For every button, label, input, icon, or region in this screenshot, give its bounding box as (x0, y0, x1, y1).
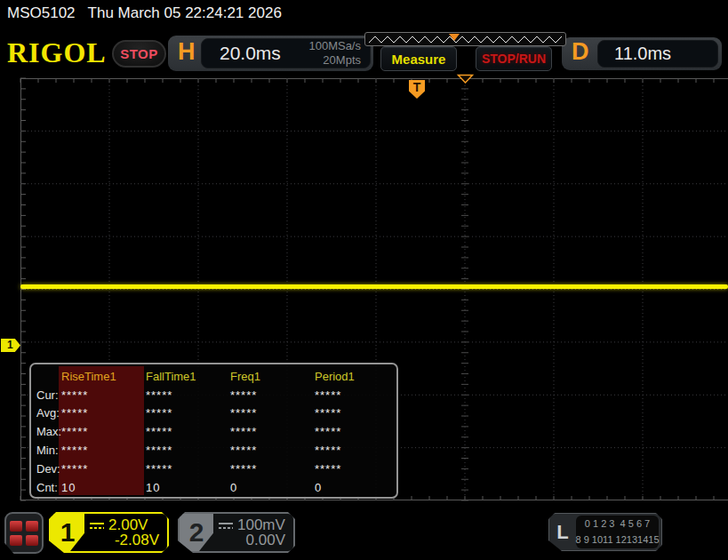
channel1-offset-marker[interactable]: 1 (1, 339, 20, 352)
measure-cell: 10 (60, 481, 144, 494)
measure-cell: ***** (144, 406, 228, 420)
stop-run-button[interactable]: STOP/RUN (476, 46, 552, 71)
delay-value: 11.0ms (614, 44, 671, 64)
measure-cell: ***** (60, 444, 144, 457)
quick-menu-button[interactable] (4, 512, 44, 554)
measure-column-header: Period1 (313, 370, 397, 383)
menu-grid-icon (26, 535, 38, 546)
channel1-badge[interactable]: 1 2.00V -2.08V (49, 512, 169, 553)
datetime: Thu March 05 22:24:21 2026 (88, 4, 282, 21)
measure-column-header: FallTime1 (144, 370, 228, 383)
delay-label: D (572, 38, 589, 66)
channel1-number: 1 (51, 514, 84, 551)
horizontal-readout: 20.0ms 100MSa/s 20Mpts (201, 38, 371, 68)
measure-cell: ***** (144, 425, 228, 438)
measure-cell: ***** (228, 406, 313, 420)
measure-cell: ***** (313, 388, 397, 402)
titlebar: MSO5102Thu March 05 22:24:21 2026 (7, 4, 282, 22)
menu-grid-icon (10, 535, 22, 546)
logic-channels-row2: 8 9 1011 12131415 (576, 532, 660, 548)
dc-coupling-icon (90, 522, 104, 530)
measure-row-label: Max: (35, 425, 60, 438)
measure-cell: ***** (228, 388, 313, 402)
measure-cell: ***** (228, 425, 313, 438)
measurement-panel: RiseTime1 FallTime1 Freq1 Period1 Cur: *… (29, 363, 398, 499)
channel2-badge[interactable]: 2 100mV 0.00V (178, 512, 295, 553)
measure-row-label: Dev: (35, 462, 60, 476)
menu-grid-icon (26, 521, 38, 532)
measure-cell: ***** (313, 462, 397, 476)
channel2-number: 2 (180, 514, 213, 551)
measure-cell: 10 (144, 481, 228, 494)
timebase-value: 20.0ms (220, 43, 281, 64)
measure-cell: 0 (313, 481, 397, 494)
measure-cell: ***** (60, 425, 144, 438)
menu-grid-icon (10, 521, 22, 532)
overview-zigzag-icon (365, 33, 565, 45)
memory-depth-value: 20Mpts (323, 53, 361, 67)
measure-column-header: RiseTime1 (60, 370, 144, 383)
trigger-level-marker[interactable]: T (409, 80, 425, 99)
channel1-trace (20, 284, 728, 289)
logic-channels-row1: 0 1 2 3 4 5 6 7 (585, 516, 650, 532)
measure-column-header: Freq1 (228, 370, 313, 383)
delay-readout: 11.0ms (597, 40, 718, 68)
measure-cell: ***** (144, 388, 228, 402)
measure-row-label: Cnt: (35, 481, 60, 494)
channel1-offset-value: -2.08V (115, 532, 159, 549)
measure-cell: ***** (228, 444, 313, 457)
delay-control[interactable]: D 11.0ms (562, 37, 722, 70)
logic-analyzer-badge[interactable]: L 0 1 2 3 4 5 6 7 8 9 1011 12131415 (548, 513, 662, 551)
measurement-grid: RiseTime1 FallTime1 Freq1 Period1 Cur: *… (35, 367, 395, 494)
trigger-position-strip-icon[interactable] (449, 34, 460, 41)
measure-cell: ***** (313, 406, 397, 420)
dc-coupling-icon (219, 522, 233, 530)
logic-channel-list: 0 1 2 3 4 5 6 7 8 9 1011 12131415 (576, 516, 659, 548)
measure-cell: ***** (228, 462, 313, 476)
measure-row-label: Cur: (35, 388, 60, 402)
trigger-position-icon[interactable] (459, 76, 473, 84)
measure-row-label: Avg: (35, 406, 60, 420)
horizontal-timebase-control[interactable]: H 20.0ms 100MSa/s 20Mpts (168, 36, 373, 71)
measure-cell: ***** (313, 425, 397, 438)
measure-button[interactable]: Measure (380, 46, 457, 71)
channel2-offset-value: 0.00V (246, 532, 285, 549)
measure-row-label: Min: (35, 444, 60, 457)
horizontal-label: H (178, 38, 196, 66)
acquisition-status-badge: STOP (112, 40, 166, 68)
device-model: MSO5102 (7, 4, 76, 21)
measure-cell: ***** (144, 462, 228, 476)
waveform-overview-strip[interactable] (364, 32, 566, 46)
rigol-logo: RIGOL (7, 36, 107, 69)
measure-cell: 0 (228, 481, 313, 494)
oscilloscope-screen: MSO5102Thu March 05 22:24:21 2026 RIGOL … (0, 0, 728, 560)
measure-cell: ***** (60, 462, 144, 476)
measure-cell: ***** (60, 406, 144, 420)
measure-cell: ***** (144, 444, 228, 457)
measure-cell: ***** (60, 388, 144, 402)
sample-rate-readout: 100MSa/s 20Mpts (308, 39, 361, 67)
measure-cell: ***** (313, 444, 397, 457)
sample-rate-value: 100MSa/s (308, 39, 361, 52)
logic-label: L (549, 514, 576, 550)
